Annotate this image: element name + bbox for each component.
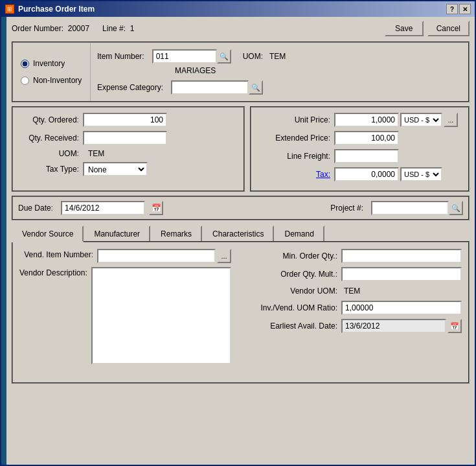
order-info: Order Number: 20007 Line #: 1 — [12, 24, 134, 33]
uom-value: TEM — [269, 52, 286, 61]
tab-demand[interactable]: Demand — [274, 226, 324, 242]
tax-wrap: 0,0000 USD - $ — [334, 167, 442, 181]
due-date-row: Due Date: 14/6/2012 📅 — [18, 201, 163, 215]
window-icon: ⊞ — [5, 5, 14, 14]
expense-category-wrap: 🔍 — [171, 80, 263, 95]
tab-characteristics-label: Characteristics — [212, 229, 264, 239]
vendor-uom-row: Vendor UOM: TEM — [238, 285, 462, 297]
item-fields: Item Number: 011 🔍 UOM: TEM MARIAGES Exp… — [91, 43, 468, 101]
uom-label-text: UOM: — [243, 52, 263, 61]
earliest-avail-input[interactable]: 13/6/2012 — [341, 319, 446, 333]
tab-demand-label: Demand — [284, 229, 313, 239]
unit-price-more-button[interactable]: ... — [444, 113, 458, 127]
line-freight-input[interactable] — [334, 149, 399, 163]
inventory-label: Inventory — [33, 59, 65, 68]
qty-received-label: Qty. Received: — [18, 134, 83, 143]
tax-input[interactable]: 0,0000 — [334, 167, 399, 181]
vendor-description-label: Vendor Description: — [19, 267, 91, 277]
order-number-label-text: Order Number: — [12, 24, 63, 33]
tab-vendor-source-label: Vendor Source — [22, 229, 73, 239]
tax-row: Tax: 0,0000 USD - $ — [256, 167, 463, 181]
due-date-label: Due Date: — [18, 204, 53, 213]
vend-item-number-search-button[interactable]: ... — [217, 249, 231, 263]
qty-ordered-row: Qty. Ordered: 100 — [18, 113, 238, 127]
project-label: Project #: — [330, 204, 363, 213]
order-number-value: 20007 — [68, 24, 89, 33]
project-input[interactable] — [371, 201, 449, 215]
qty-ordered-label: Qty. Ordered: — [18, 115, 83, 124]
main-window: ⊞ Purchase Order Item ? ✕ Order Number: … — [0, 0, 476, 466]
title-controls: ? ✕ — [446, 4, 471, 14]
uom-row-label: UOM: — [18, 149, 83, 158]
unit-price-row: Unit Price: 1,0000 USD - $ ... — [256, 113, 463, 127]
tab-manufacturer-label: Manufacturer — [94, 229, 140, 239]
item-number-label: Item Number: — [97, 52, 144, 61]
vendor-uom-value: TEM — [341, 285, 363, 297]
project-search-button[interactable]: 🔍 — [449, 201, 463, 215]
tab-content-vendor-source: Vend. Item Number: ... Vendor Descriptio… — [12, 241, 470, 384]
line-freight-row: Line Freight: — [256, 149, 463, 163]
extended-price-label: Extended Price: — [256, 134, 334, 143]
expense-category-label: Expense Category: — [97, 83, 163, 92]
tax-type-select[interactable]: None VAT GST — [83, 162, 148, 176]
qty-ordered-input[interactable]: 100 — [83, 113, 167, 127]
tax-currency-select[interactable]: USD - $ — [400, 167, 442, 181]
earliest-avail-calendar-button[interactable]: 📅 — [448, 319, 462, 333]
extended-price-input[interactable]: 100,00 — [334, 131, 399, 145]
tab-manufacturer[interactable]: Manufacturer — [84, 226, 150, 242]
inv-vend-ratio-input[interactable]: 1,00000 — [341, 301, 462, 315]
inventory-radio-row[interactable]: Inventory — [21, 59, 82, 68]
order-qty-mult-input[interactable] — [341, 267, 462, 281]
vend-item-number-label: Vend. Item Number: — [19, 249, 97, 259]
vendor-description-textarea[interactable] — [91, 267, 231, 364]
cancel-button[interactable]: Cancel — [427, 21, 470, 36]
non-inventory-radio[interactable] — [21, 76, 29, 85]
item-number-input[interactable]: 011 — [152, 49, 217, 64]
min-order-qty-row: Min. Order Qty.: — [238, 249, 462, 263]
item-number-search-button[interactable]: 🔍 — [217, 49, 231, 64]
help-button[interactable]: ? — [446, 4, 458, 14]
tab-vendor-source[interactable]: Vendor Source — [12, 226, 84, 242]
qty-price-section: Qty. Ordered: 100 Qty. Received: UOM: TE… — [12, 106, 470, 192]
expense-category-search-button[interactable]: 🔍 — [249, 80, 263, 95]
main-content: Order Number: 20007 Line #: 1 Save Cance… — [6, 17, 475, 388]
action-buttons: Save Cancel — [385, 21, 470, 36]
order-qty-mult-row: Order Qty. Mult.: — [238, 267, 462, 281]
earliest-avail-wrap: 13/6/2012 📅 — [341, 319, 462, 333]
vendor-right: Min. Order Qty.: Order Qty. Mult.: Vendo… — [238, 249, 462, 368]
tax-link[interactable]: Tax: — [256, 170, 334, 179]
vendor-uom-label: Vendor UOM: — [238, 286, 341, 296]
order-number-label: Order Number: 20007 — [12, 24, 89, 33]
uom-row: UOM: TEM — [18, 149, 238, 158]
close-button[interactable]: ✕ — [459, 4, 471, 14]
earliest-avail-row: Earliest Avail. Date: 13/6/2012 📅 — [238, 319, 462, 333]
order-qty-mult-label: Order Qty. Mult.: — [238, 270, 341, 279]
vend-item-number-input[interactable] — [97, 249, 216, 263]
left-accent-bar — [1, 17, 6, 465]
expense-category-input[interactable] — [171, 80, 249, 95]
tab-container: Vendor Source Manufacturer Remarks Chara… — [12, 224, 470, 384]
unit-price-currency-select[interactable]: USD - $ — [400, 113, 442, 127]
date-project-section: Due Date: 14/6/2012 📅 Project #: 🔍 — [12, 196, 470, 220]
item-description: MARIAGES — [175, 66, 462, 75]
extended-price-row: Extended Price: 100,00 — [256, 131, 463, 145]
non-inventory-radio-row[interactable]: Non-Inventory — [21, 76, 82, 85]
qty-received-input[interactable] — [83, 131, 167, 145]
price-panel: Unit Price: 1,0000 USD - $ ... Extended … — [250, 106, 470, 192]
min-order-qty-input[interactable] — [341, 249, 462, 263]
due-date-input[interactable]: 14/6/2012 — [61, 201, 145, 215]
item-number-row: Item Number: 011 🔍 UOM: TEM — [97, 49, 462, 64]
uom-qty-text: TEM — [88, 149, 104, 158]
tab-remarks[interactable]: Remarks — [150, 226, 202, 242]
save-button[interactable]: Save — [385, 21, 424, 36]
earliest-avail-label: Earliest Avail. Date: — [238, 321, 341, 331]
unit-price-input[interactable]: 1,0000 — [334, 113, 399, 127]
item-panel: Inventory Non-Inventory Item Number: 011… — [12, 41, 470, 102]
vend-item-number-row: Vend. Item Number: ... — [19, 249, 231, 263]
inventory-radio[interactable] — [21, 60, 29, 68]
line-number-label-text: Line #: — [102, 24, 126, 33]
project-row: Project #: 🔍 — [330, 201, 463, 215]
due-date-calendar-button[interactable]: 📅 — [149, 201, 163, 215]
tab-characteristics[interactable]: Characteristics — [202, 226, 274, 242]
expense-category-row: Expense Category: 🔍 — [97, 80, 462, 95]
